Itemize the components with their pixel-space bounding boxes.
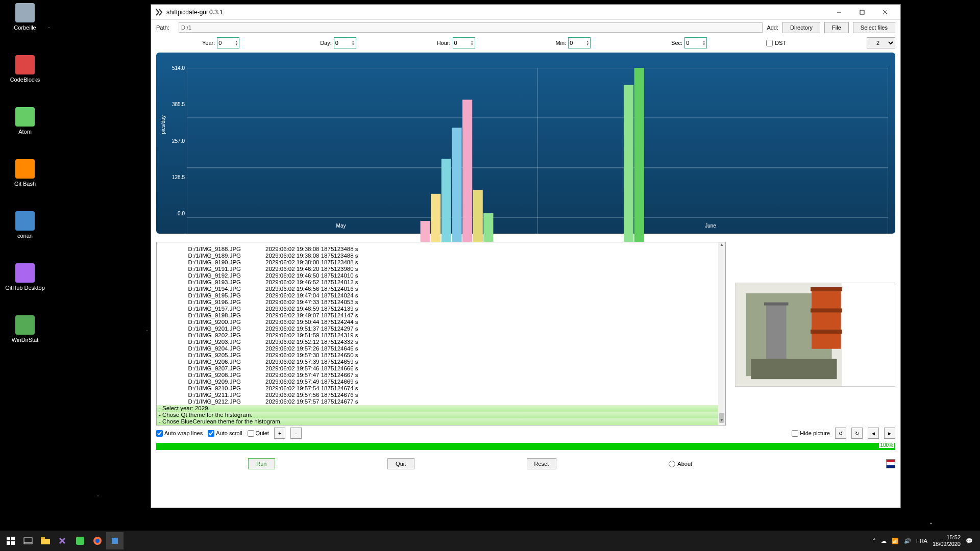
y-tick: 257.0 [166,138,185,143]
svg-rect-28 [41,539,50,544]
log-line: D:/1/IMG_9204.JPG 2029:06:02 19:57:26 18… [157,345,718,352]
firefox-icon[interactable] [89,532,106,549]
log-message: - Chose Qt theme for the histogram. [157,412,718,418]
log-line: D:/1/IMG_9197.JPG 2029:06:02 19:48:59 18… [157,306,718,312]
histogram-chart: pics/day 0.0128.5257.0385.5514.0 May Jun… [156,53,895,234]
vscode-icon[interactable] [54,532,71,549]
tray-language[interactable]: FRA [916,538,927,544]
log-line: D:/1/IMG_9191.JPG 2029:06:02 19:46:20 18… [157,266,718,272]
log-line: D:/1/IMG_9189.JPG 2029:06:02 19:38:08 18… [157,253,718,259]
log-line: D:/1/IMG_9201.JPG 2029:06:02 19:51:37 18… [157,325,718,332]
log-line: D:/1/IMG_9190.JPG 2029:06:02 19:38:08 18… [157,259,718,266]
histogram-bar [624,85,633,268]
svg-rect-29 [41,537,45,539]
log-line: D:/1/IMG_9193.JPG 2029:06:02 19:46:52 18… [157,279,718,286]
desktop-icon-conan[interactable]: conan [5,211,45,239]
autoscroll-checkbox[interactable] [208,430,214,437]
quiet-checkbox[interactable] [248,430,254,437]
language-flag-icon[interactable] [886,459,895,468]
rotate-cw-button[interactable]: ↻ [851,428,863,439]
svg-rect-24 [7,541,10,545]
svg-rect-16 [811,287,842,291]
y-tick: 514.0 [166,65,185,71]
log-line: D:/1/IMG_9205.JPG 2029:06:02 19:57:30 18… [157,352,718,359]
log-line: D:/1/IMG_9202.JPG 2029:06:02 19:51:59 18… [157,332,718,339]
autowrap-checkbox[interactable] [156,430,163,437]
fontsize-plus-button[interactable]: + [274,428,285,439]
x-tick-june: June [705,223,716,229]
svg-rect-22 [7,537,10,540]
day-label: Day: [320,40,332,46]
path-input[interactable] [179,22,763,33]
min-label: Min: [555,40,566,46]
qt-icon[interactable] [71,532,89,549]
directory-button[interactable]: Directory [782,22,820,33]
minimize-button[interactable] [827,5,850,20]
desktop-icon-windirstat[interactable]: WinDirStat [5,315,45,343]
log-line: D:/1/IMG_9209.JPG 2029:06:02 19:57:49 18… [157,379,718,385]
svg-rect-15 [812,288,841,349]
tray-wifi-icon[interactable]: 📶 [892,538,899,544]
tray-volume-icon[interactable]: 🔊 [904,538,911,544]
tray-notifications-icon[interactable]: 💬 [966,538,973,544]
y-axis-label: pics/day [160,115,166,134]
sec-spin[interactable]: 0▲▼ [684,37,707,48]
reset-button[interactable]: Reset [527,458,557,469]
prev-image-button[interactable]: ◄ [868,428,879,439]
day-spin[interactable]: 0▲▼ [334,37,356,48]
tray-onedrive-icon[interactable]: ☁ [881,538,887,544]
taskview-icon[interactable] [19,532,37,549]
desktop-icon-codeblocks[interactable]: CodeBlocks [5,55,45,83]
start-button[interactable] [2,532,19,549]
fontsize-minus-button[interactable]: - [290,428,302,439]
maximize-button[interactable] [850,5,873,20]
rotate-ccw-button[interactable]: ↺ [835,428,846,439]
log-line: D:/1/IMG_9198.JPG 2029:06:02 19:49:07 18… [157,312,718,319]
file-button[interactable]: File [824,22,849,33]
log-line: D:/1/IMG_9210.JPG 2029:06:02 19:57:54 18… [157,385,718,392]
desktop-icon-atom[interactable]: Atom [5,107,45,135]
year-label: Year: [202,40,215,46]
add-label: Add: [767,24,778,31]
log-line: D:/1/IMG_9206.JPG 2029:06:02 19:57:39 18… [157,359,718,365]
about-radio[interactable] [669,461,675,467]
tray-chevron-icon[interactable]: ˄ [873,538,876,544]
hour-spin[interactable]: 0▲▼ [453,37,475,48]
log-line: D:/1/IMG_9203.JPG 2029:06:02 19:52:12 18… [157,339,718,345]
select-files-button[interactable]: Select files [853,22,895,33]
svg-rect-19 [766,304,787,364]
svg-rect-30 [76,537,84,545]
x-tick-may: May [336,223,346,229]
hidepicture-checkbox[interactable] [792,430,798,437]
quit-button[interactable]: Quit [387,458,414,469]
desktop-icon-github-desktop[interactable]: GitHub Desktop [5,263,45,291]
min-spin[interactable]: 0▲▼ [568,37,591,48]
image-preview [735,283,895,387]
svg-rect-18 [811,330,842,334]
app-icon [155,8,163,16]
y-tick: 385.5 [166,102,185,107]
close-button[interactable] [873,5,896,20]
desktop-icon-git-bash[interactable]: Git Bash [5,159,45,187]
explorer-icon[interactable] [37,532,54,549]
year-select[interactable]: 2029 [867,37,895,48]
titlebar[interactable]: shiftpicdate-gui 0.3.1 [151,5,900,20]
log-line: D:/1/IMG_9211.JPG 2029:06:02 19:57:56 18… [157,392,718,398]
dst-checkbox[interactable] [766,40,773,46]
progress-percent: 100% [879,442,894,448]
log-line: D:/1/IMG_9200.JPG 2029:06:02 19:50:44 18… [157,319,718,325]
svg-rect-20 [764,303,789,306]
run-button[interactable]: Run [248,458,275,469]
next-image-button[interactable]: ► [884,428,895,439]
log-message: - Select year: 2029. [157,405,718,412]
shiftpicdate-taskbar-icon[interactable] [106,532,124,549]
tray-clock[interactable]: 15:52 18/09/2020 [933,534,961,547]
log-scrollbar[interactable]: ▲ ▼ [718,242,725,425]
sec-label: Sec: [671,40,682,46]
log-line: D:/1/IMG_9207.JPG 2029:06:02 19:57:46 18… [157,365,718,372]
path-label: Path: [156,24,175,31]
year-spin[interactable]: 0▲▼ [217,37,239,48]
svg-rect-21 [751,359,837,380]
desktop-icon-corbeille[interactable]: Corbeille [5,3,45,31]
log-panel[interactable]: D:/1/IMG_9188.JPG 2029:06:02 19:38:08 18… [156,242,726,425]
